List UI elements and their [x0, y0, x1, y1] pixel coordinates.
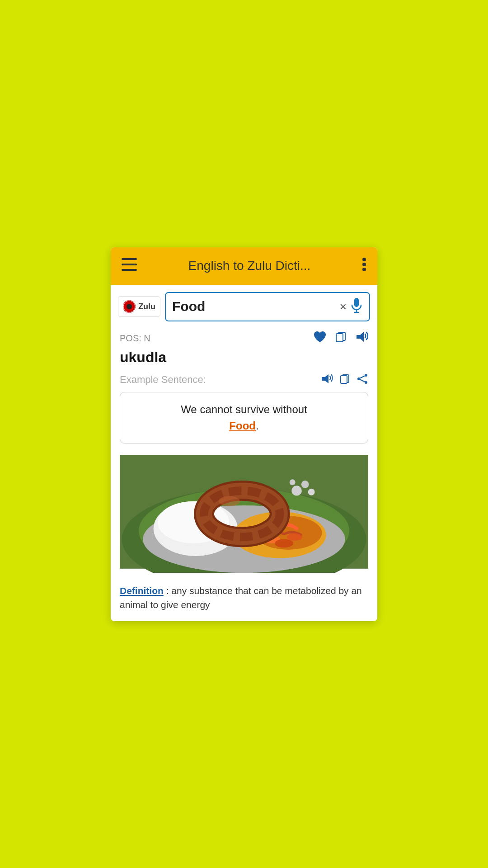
more-options-icon[interactable] — [362, 257, 366, 275]
search-area: Zulu Food × — [111, 285, 377, 325]
svg-rect-1 — [122, 264, 137, 265]
svg-point-4 — [362, 263, 366, 266]
sentence-before: We cannot survive without — [181, 403, 307, 415]
language-label: Zulu — [138, 302, 155, 311]
svg-point-38 — [301, 481, 309, 488]
result-area: POS: N — [111, 325, 377, 621]
app-container: English to Zulu Dicti... Zulu Food × — [111, 247, 377, 621]
example-sound-icon[interactable] — [320, 373, 333, 387]
definition-section: Definition : any substance that can be m… — [120, 579, 368, 621]
svg-point-40 — [290, 479, 296, 485]
svg-rect-16 — [341, 376, 347, 383]
header: English to Zulu Dicti... — [111, 247, 377, 285]
svg-marker-13 — [357, 332, 364, 342]
svg-rect-2 — [122, 269, 137, 271]
svg-point-17 — [365, 374, 367, 377]
favorite-icon[interactable] — [313, 330, 327, 346]
svg-point-37 — [291, 486, 301, 495]
svg-rect-0 — [122, 258, 137, 260]
svg-point-5 — [362, 268, 366, 271]
menu-icon[interactable] — [122, 258, 137, 274]
app-title: English to Zulu Dicti... — [137, 259, 362, 273]
svg-point-3 — [362, 258, 366, 261]
example-copy-icon[interactable] — [339, 373, 350, 387]
copy-icon[interactable] — [335, 330, 347, 346]
svg-rect-12 — [336, 334, 343, 342]
microphone-icon[interactable] — [350, 297, 363, 316]
sound-icon[interactable] — [355, 330, 368, 346]
svg-line-21 — [360, 379, 365, 382]
search-box[interactable]: Food × — [165, 292, 370, 321]
example-share-icon[interactable] — [357, 373, 368, 387]
example-action-icons — [320, 373, 368, 387]
action-icons — [313, 330, 368, 346]
sentence-highlighted: Food — [229, 420, 256, 432]
svg-point-31 — [287, 533, 302, 541]
svg-point-7 — [127, 304, 132, 309]
food-image — [120, 451, 368, 573]
example-label: Example Sentence: — [120, 374, 206, 386]
svg-marker-14 — [322, 374, 328, 383]
language-badge[interactable]: Zulu — [118, 296, 160, 317]
svg-point-32 — [275, 539, 293, 547]
definition-link[interactable]: Definition — [120, 585, 164, 596]
pos-row: POS: N — [120, 330, 368, 346]
svg-point-36 — [219, 496, 240, 506]
svg-rect-8 — [354, 298, 359, 307]
svg-point-39 — [308, 488, 315, 495]
example-sentence-box: We cannot survive without Food. — [120, 392, 368, 443]
flag-icon — [123, 300, 136, 313]
translation-word: ukudla — [120, 349, 368, 366]
sentence-after: . — [256, 420, 259, 432]
svg-point-18 — [357, 377, 360, 380]
pos-label: POS: N — [120, 333, 150, 344]
search-query: Food — [172, 299, 336, 314]
example-header: Example Sentence: — [120, 373, 368, 387]
clear-search-icon[interactable]: × — [340, 300, 347, 314]
svg-line-20 — [360, 376, 365, 378]
svg-point-19 — [365, 381, 367, 384]
